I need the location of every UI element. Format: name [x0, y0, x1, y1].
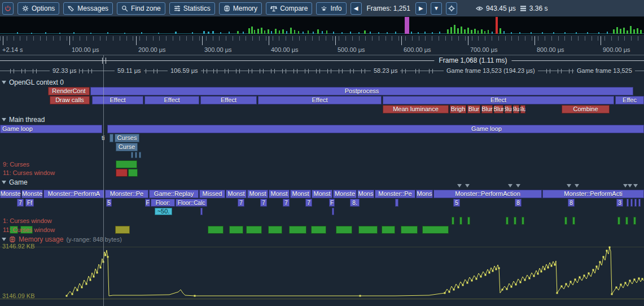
zone[interactable]	[627, 199, 629, 207]
zone[interactable]: Floor::Calc	[176, 199, 207, 207]
zone[interactable]: Effect	[144, 96, 199, 104]
zone[interactable]: Monste	[21, 190, 43, 198]
section-header-main-thread[interactable]: Main thread	[2, 116, 45, 123]
find-zone-button[interactable]: Find zone	[117, 2, 165, 15]
zone[interactable]	[564, 217, 567, 225]
info-button[interactable]: Info	[316, 2, 346, 15]
zone[interactable]: F	[329, 199, 335, 207]
zone[interactable]: 3	[616, 199, 623, 207]
zone[interactable]: Monster::Pe	[105, 190, 148, 198]
zone[interactable]: Effect	[92, 96, 143, 104]
zone[interactable]: Blur	[505, 105, 512, 113]
zone[interactable]: Game loop	[0, 125, 102, 133]
zone[interactable]: Effect	[258, 96, 382, 104]
zone[interactable]: 5	[453, 199, 460, 207]
zone[interactable]: Monst	[312, 190, 332, 198]
zone[interactable]	[116, 169, 128, 177]
zone[interactable]	[630, 199, 633, 207]
zone[interactable]	[229, 226, 243, 234]
zone[interactable]	[514, 217, 516, 225]
zone[interactable]: Mons	[416, 190, 433, 198]
zone[interactable]: Blur	[513, 105, 519, 113]
zone[interactable]: Brigh	[450, 105, 466, 113]
zone[interactable]	[638, 199, 641, 207]
zone[interactable]: Monste	[0, 190, 21, 198]
zone[interactable]	[452, 217, 454, 225]
zone[interactable]: Blur	[481, 105, 493, 113]
zone[interactable]: F	[145, 199, 150, 207]
zone[interactable]: Game::Replay	[149, 190, 199, 198]
zone[interactable]: Monst	[226, 190, 247, 198]
zone[interactable]	[522, 217, 524, 225]
zone[interactable]: RenderCont	[48, 87, 90, 95]
zone[interactable]	[115, 226, 130, 234]
focus-frame-button[interactable]	[446, 2, 457, 15]
zone[interactable]	[128, 169, 138, 177]
zone[interactable]	[572, 217, 575, 225]
zone[interactable]	[633, 217, 636, 225]
zone[interactable]: 8	[515, 199, 522, 207]
messages-button[interactable]: Messages	[63, 2, 113, 15]
zone[interactable]: 7	[238, 199, 244, 207]
zone[interactable]: Monster::Pe	[375, 190, 415, 198]
prev-frame-button[interactable]: ◀	[351, 2, 362, 15]
compare-button[interactable]: Compare	[266, 2, 312, 15]
zone[interactable]: Postprocess	[90, 87, 633, 95]
zone[interactable]: Floor:	[151, 199, 175, 207]
zone[interactable]: Monster::PerformActi	[542, 190, 644, 198]
zone[interactable]	[634, 199, 637, 207]
zone[interactable]: ~50.	[155, 208, 172, 215]
zone[interactable]: Monst	[269, 190, 290, 198]
zone[interactable]	[336, 226, 352, 234]
zone[interactable]: Mean luminance	[383, 105, 449, 113]
zone[interactable]: Monst	[290, 190, 311, 198]
zone[interactable]: Blur	[467, 105, 480, 113]
power-button[interactable]	[2, 2, 14, 15]
zone[interactable]: Monster::PerformAction	[433, 190, 542, 198]
next-frame-button[interactable]: ▶	[415, 2, 427, 15]
zone[interactable]	[135, 152, 137, 158]
zone[interactable]: Missed	[199, 190, 225, 198]
zone[interactable]: Monste	[333, 190, 357, 198]
zone[interactable]: Effec	[615, 96, 644, 104]
zone[interactable]: Ff	[25, 199, 34, 207]
zone[interactable]	[311, 226, 326, 234]
zone[interactable]: 8.	[350, 199, 360, 207]
zone[interactable]: 5	[106, 199, 112, 207]
zone[interactable]	[467, 217, 470, 225]
zone[interactable]: 8	[568, 199, 575, 207]
zone[interactable]: Curse	[116, 143, 138, 151]
go-to-frame-button[interactable]: ▼	[431, 2, 442, 15]
options-button[interactable]: Options	[17, 2, 59, 15]
memory-button[interactable]: Memory	[219, 2, 262, 15]
zone[interactable]: Monst	[247, 190, 268, 198]
zone[interactable]: Effect	[383, 96, 614, 104]
zone[interactable]	[246, 226, 262, 234]
zone[interactable]	[401, 226, 418, 234]
zone[interactable]	[625, 217, 628, 225]
zone[interactable]: Blur	[520, 105, 525, 113]
zone[interactable]	[459, 217, 462, 225]
zone[interactable]: 7	[17, 199, 24, 207]
zone[interactable]	[382, 226, 395, 234]
zone[interactable]: 7	[260, 199, 267, 207]
zone[interactable]	[268, 226, 282, 234]
zone[interactable]	[200, 208, 203, 215]
zone[interactable]: Draw calls	[50, 96, 90, 104]
zone[interactable]	[332, 208, 334, 215]
zone[interactable]	[617, 217, 620, 225]
zone[interactable]: Mons	[357, 190, 374, 198]
zone[interactable]	[109, 134, 113, 142]
zone[interactable]	[358, 226, 378, 234]
zone[interactable]	[139, 152, 141, 158]
zone[interactable]	[422, 226, 449, 234]
zone[interactable]: Blur	[494, 105, 503, 113]
zone[interactable]: 7	[305, 199, 312, 207]
zone[interactable]: Curses	[115, 134, 139, 142]
zone[interactable]	[395, 199, 398, 207]
zone[interactable]	[116, 160, 137, 168]
zone[interactable]	[289, 226, 306, 234]
zone[interactable]	[506, 217, 509, 225]
section-header-opengl-context[interactable]: OpenGL context 0	[2, 78, 64, 86]
zone[interactable]: Effect	[200, 96, 257, 104]
